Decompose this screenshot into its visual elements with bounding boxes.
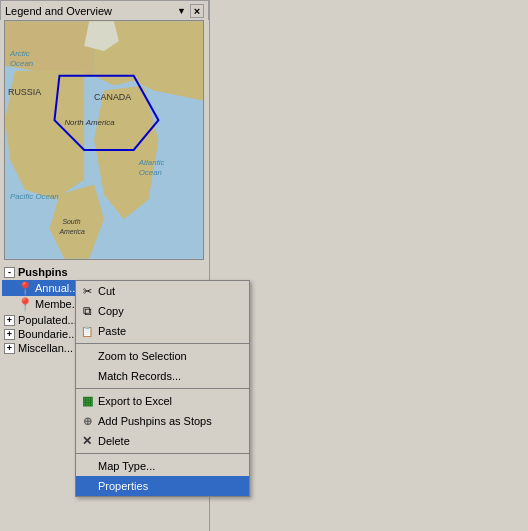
- menu-item-properties[interactable]: Properties: [76, 476, 249, 496]
- legend-close-button[interactable]: ×: [190, 4, 204, 18]
- member-label: Membe...: [35, 298, 81, 310]
- menu-item-delete[interactable]: ✕ Delete: [76, 431, 249, 451]
- context-menu: ✂ Cut ⧉ Copy 📋 Paste Zoom to Selection M…: [75, 280, 250, 497]
- svg-text:CANADA: CANADA: [94, 92, 131, 102]
- svg-text:South: South: [62, 218, 80, 225]
- paste-icon: 📋: [79, 323, 95, 339]
- separator-1: [76, 343, 249, 344]
- populated-label: Populated...: [18, 314, 77, 326]
- svg-text:Ocean: Ocean: [139, 168, 163, 177]
- boundaries-expand-icon[interactable]: +: [4, 329, 15, 340]
- copy-label: Copy: [98, 305, 124, 317]
- right-panel: [210, 0, 528, 531]
- svg-text:America: America: [58, 228, 85, 235]
- match-label: Match Records...: [98, 370, 181, 382]
- pushpins-label-text: Pushpins: [18, 266, 68, 278]
- cut-label: Cut: [98, 285, 115, 297]
- annual-label: Annual...: [35, 282, 78, 294]
- svg-text:RUSSIA: RUSSIA: [8, 87, 41, 97]
- svg-text:Pacific Ocean: Pacific Ocean: [10, 192, 59, 201]
- menu-item-cut[interactable]: ✂ Cut: [76, 281, 249, 301]
- menu-item-export[interactable]: ▦ Export to Excel: [76, 391, 249, 411]
- maptype-label: Map Type...: [98, 460, 155, 472]
- stops-label: Add Pushpins as Stops: [98, 415, 212, 427]
- paste-label: Paste: [98, 325, 126, 337]
- properties-label: Properties: [98, 480, 148, 492]
- zoom-label: Zoom to Selection: [98, 350, 187, 362]
- menu-item-maptype[interactable]: Map Type...: [76, 456, 249, 476]
- svg-text:North America: North America: [64, 118, 115, 127]
- miscellaneous-expand-icon[interactable]: +: [4, 343, 15, 354]
- map-overview[interactable]: CANADA North America Pacific Ocean Atlan…: [4, 20, 204, 260]
- copy-icon: ⧉: [79, 303, 95, 319]
- export-label: Export to Excel: [98, 395, 172, 407]
- miscellaneous-label: Miscellan...: [18, 342, 73, 354]
- member-pin-icon: 📍: [18, 297, 32, 311]
- legend-header: Legend and Overview ▼ ×: [0, 0, 209, 20]
- svg-text:Ocean: Ocean: [10, 59, 34, 68]
- pushpins-header: - Pushpins: [2, 264, 207, 280]
- pushpins-expand-icon[interactable]: -: [4, 267, 15, 278]
- legend-title: Legend and Overview: [5, 5, 177, 17]
- map-svg: CANADA North America Pacific Ocean Atlan…: [5, 21, 203, 259]
- stops-icon: ⊕: [79, 413, 95, 429]
- separator-2: [76, 388, 249, 389]
- separator-3: [76, 453, 249, 454]
- annual-pin-icon: 📍: [18, 281, 32, 295]
- svg-text:Arctic: Arctic: [9, 49, 30, 58]
- legend-dropdown-icon[interactable]: ▼: [177, 6, 186, 16]
- menu-item-copy[interactable]: ⧉ Copy: [76, 301, 249, 321]
- menu-item-stops[interactable]: ⊕ Add Pushpins as Stops: [76, 411, 249, 431]
- excel-icon: ▦: [79, 393, 95, 409]
- svg-text:Atlantic: Atlantic: [138, 158, 165, 167]
- delete-icon: ✕: [79, 433, 95, 449]
- populated-expand-icon[interactable]: +: [4, 315, 15, 326]
- boundaries-label: Boundarie...: [18, 328, 77, 340]
- menu-item-match[interactable]: Match Records...: [76, 366, 249, 386]
- menu-item-paste[interactable]: 📋 Paste: [76, 321, 249, 341]
- menu-item-zoom[interactable]: Zoom to Selection: [76, 346, 249, 366]
- delete-label: Delete: [98, 435, 130, 447]
- scissors-icon: ✂: [79, 283, 95, 299]
